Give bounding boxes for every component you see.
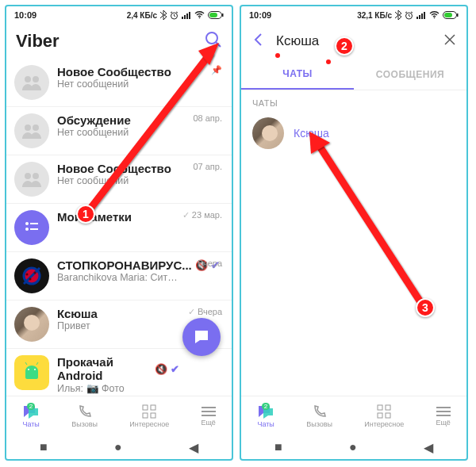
nav-badge: 2 xyxy=(262,403,270,410)
svg-rect-53 xyxy=(378,413,382,418)
svg-rect-3 xyxy=(186,13,188,19)
bottom-nav: 2 Чаты Вызовы Интересное Ещё xyxy=(6,396,232,435)
search-result-item[interactable]: Ксюша xyxy=(241,111,466,155)
step-badge-1: 1 xyxy=(76,205,95,224)
nav-label: Чаты xyxy=(257,420,274,428)
search-tabs: ЧАТЫ СООБЩЕНИЯ xyxy=(241,59,466,90)
svg-point-19 xyxy=(25,228,29,231)
search-icon[interactable] xyxy=(205,31,222,52)
chat-item[interactable]: Мои заметки ✓ 23 мар. xyxy=(6,204,232,252)
chat-item[interactable]: СТОПКОРОНАВИРУС...🔇✔ Baranchikova Maria:… xyxy=(6,252,232,300)
avatar-photo xyxy=(252,117,284,149)
svg-rect-34 xyxy=(151,413,155,418)
svg-rect-1 xyxy=(182,17,183,19)
status-indicators: 2,4 КБ/с xyxy=(127,10,224,20)
result-name: Ксюша xyxy=(294,127,329,140)
phone-left: 10:09 2,4 КБ/с Viber Новое Сообщество Не… xyxy=(5,5,233,461)
svg-point-5 xyxy=(199,17,201,19)
status-bar: 10:09 2,4 КБ/с xyxy=(6,6,232,24)
svg-point-11 xyxy=(25,76,31,82)
svg-rect-48 xyxy=(457,13,459,17)
alarm-icon xyxy=(405,11,413,20)
svg-line-30 xyxy=(36,362,38,365)
nav-label: Вызовы xyxy=(306,420,332,428)
chat-preview: Baranchikova Maria: Ситуация с распростр… xyxy=(57,272,179,283)
nav-chats[interactable]: 2 Чаты xyxy=(22,404,40,428)
nav-more[interactable]: Ещё xyxy=(436,406,450,427)
svg-point-26 xyxy=(29,278,32,281)
svg-rect-54 xyxy=(386,413,390,418)
compose-fab[interactable] xyxy=(182,318,221,356)
status-indicators: 32,1 КБ/с xyxy=(357,10,459,20)
clear-icon[interactable] xyxy=(443,33,457,50)
bluetooth-icon xyxy=(395,10,401,20)
svg-point-28 xyxy=(34,369,36,370)
step-badge-2: 2 xyxy=(335,36,354,56)
nav-explore[interactable]: Интересное xyxy=(364,404,404,428)
wifi-icon xyxy=(429,11,440,19)
svg-rect-20 xyxy=(30,228,38,230)
svg-rect-42 xyxy=(419,15,420,19)
signal-icon xyxy=(416,11,426,19)
status-bar: 10:09 32,1 КБ/с xyxy=(241,6,466,24)
svg-point-24 xyxy=(26,274,29,276)
svg-rect-2 xyxy=(184,15,186,19)
recent-apps-key[interactable]: ■ xyxy=(40,440,48,454)
chat-item[interactable]: Новое Сообщество Нет сообщений 07 апр. xyxy=(6,155,232,204)
back-key[interactable]: ◀ xyxy=(424,440,433,455)
chat-preview: Илья: 📷 Фото xyxy=(57,382,179,394)
wifi-icon xyxy=(194,11,205,19)
svg-rect-4 xyxy=(189,12,190,19)
nav-chats[interactable]: 2 Чаты xyxy=(257,404,274,428)
nav-explore[interactable]: Интересное xyxy=(129,404,169,428)
nav-label: Вызовы xyxy=(71,420,98,428)
avatar-group-icon xyxy=(14,65,49,100)
bluetooth-icon xyxy=(160,10,167,20)
app-title: Viber xyxy=(16,31,195,52)
svg-point-17 xyxy=(25,222,29,225)
svg-line-29 xyxy=(25,362,27,365)
recent-apps-key[interactable]: ■ xyxy=(274,440,282,454)
nav-calls[interactable]: Вызовы xyxy=(306,404,332,428)
avatar-group-icon xyxy=(14,162,49,197)
sent-icon: ✓ xyxy=(182,210,190,220)
tab-chats[interactable]: ЧАТЫ xyxy=(241,59,354,90)
nav-label: Ещё xyxy=(436,419,450,427)
chat-preview: Нет сообщений xyxy=(57,78,179,90)
nav-more[interactable]: Ещё xyxy=(201,406,215,427)
svg-rect-51 xyxy=(378,405,382,410)
back-icon[interactable] xyxy=(251,32,267,51)
menu-icon xyxy=(436,406,451,417)
avatar-covid-icon xyxy=(14,258,49,293)
home-key[interactable]: ● xyxy=(349,440,357,454)
nav-label: Интересное xyxy=(129,420,169,428)
tab-messages[interactable]: СООБЩЕНИЯ xyxy=(354,59,466,90)
nav-badge: 2 xyxy=(27,403,35,410)
home-key[interactable]: ● xyxy=(114,440,122,454)
chat-name: СТОПКОРОНАВИРУС... xyxy=(57,258,192,272)
nav-calls[interactable]: Вызовы xyxy=(71,404,98,428)
section-label: ЧАТЫ xyxy=(241,90,466,111)
chat-item[interactable]: Новое Сообщество Нет сообщений 📌 xyxy=(6,59,232,107)
svg-point-45 xyxy=(434,17,436,19)
verified-icon: ✔ xyxy=(171,363,179,375)
nav-label: Ещё xyxy=(201,419,215,427)
step-badge-3: 3 xyxy=(416,298,435,317)
android-softkeys: ■ ● ◀ xyxy=(6,435,232,459)
chat-name: Обсуждение xyxy=(57,113,179,127)
pin-icon: 📌 xyxy=(211,65,222,75)
back-key[interactable]: ◀ xyxy=(189,440,198,455)
battery-icon xyxy=(208,11,224,19)
status-time: 10:09 xyxy=(249,10,271,20)
android-softkeys: ■ ● ◀ xyxy=(241,435,466,459)
chat-preview: Нет сообщений xyxy=(57,175,179,186)
alarm-icon xyxy=(170,11,178,20)
nav-label: Чаты xyxy=(22,420,39,428)
battery-icon xyxy=(443,11,459,19)
svg-point-16 xyxy=(33,173,39,179)
search-input[interactable] xyxy=(276,33,433,49)
chat-name: Новое Сообщество xyxy=(57,65,179,78)
chat-item[interactable]: Прокачай Android🔇✔ Илья: 📷 Фото xyxy=(6,349,232,396)
phone-icon xyxy=(78,404,92,419)
chat-item[interactable]: Обсуждение Нет сообщений 08 апр. xyxy=(6,107,232,155)
